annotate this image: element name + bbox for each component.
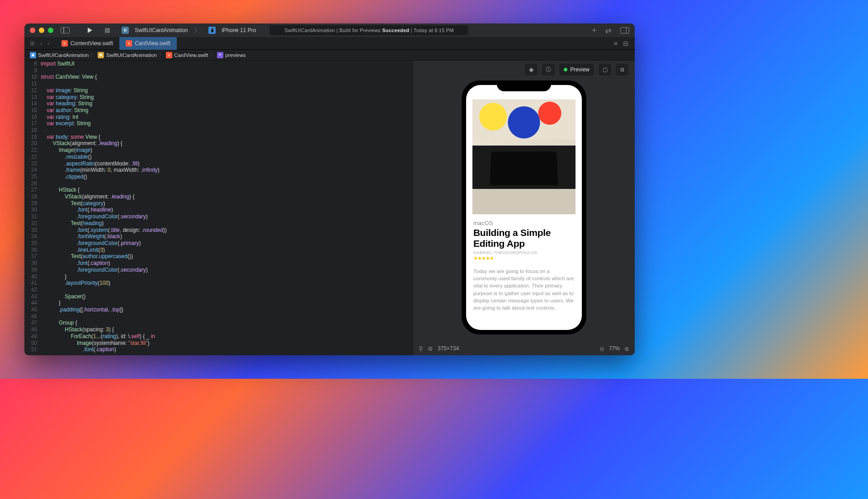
inspect-icon[interactable]: ⓘ [542, 64, 555, 75]
preview-canvas[interactable]: macOS Building a Simple Editing App GABR… [413, 79, 635, 342]
code-line[interactable]: var image: String [41, 87, 413, 94]
code-line[interactable]: Text(heading) [41, 220, 413, 227]
code-line[interactable]: .font(.headline) [41, 207, 413, 213]
breadcrumb-symbol[interactable]: previews [225, 52, 245, 58]
breadcrumb-file[interactable]: CardView.swift [174, 52, 208, 58]
settings-icon[interactable]: ⚙ [428, 345, 433, 352]
code-line[interactable]: .frame(minWidth: 0, maxWidth: .infinity) [41, 167, 413, 174]
traffic-lights [30, 28, 53, 33]
code-line[interactable]: Text(category) [41, 200, 413, 207]
tab-label: CardView.swift [135, 40, 170, 47]
code-line[interactable]: .font(.caption) [41, 346, 413, 353]
run-button[interactable] [88, 28, 92, 33]
code-editor[interactable]: 8import SwiftUI9 10struct CardView: View… [24, 61, 413, 355]
code-line[interactable]: } [41, 300, 413, 306]
code-line[interactable]: .fontWeight(.black) [41, 233, 413, 240]
related-items-icon[interactable]: ⊞ [30, 40, 35, 47]
code-line[interactable]: var excerpt: String [41, 120, 413, 127]
code-line[interactable]: .resizable() [41, 154, 413, 160]
add-icon[interactable]: + [592, 26, 596, 34]
line-number: 36 [24, 247, 41, 254]
code-line[interactable]: var author: String [41, 107, 413, 114]
nav-back-icon[interactable]: ‹ [40, 40, 42, 47]
line-number: 28 [24, 193, 41, 200]
zoom-in-icon[interactable]: ⊕ [624, 345, 629, 352]
code-line[interactable]: var rating: Int [41, 114, 413, 121]
pin-icon[interactable]: ⚲ [419, 345, 423, 352]
sidebar-toggle-icon[interactable] [61, 27, 70, 33]
code-line[interactable]: struct CardView: View { [41, 74, 413, 80]
preview-panel: ◉ ⓘ Preview ▢ ⧉ macOS [413, 61, 635, 355]
minimap-icon[interactable]: ≡ [614, 40, 618, 47]
code-line[interactable]: Image(systemName: "star.fill") [41, 340, 413, 347]
stop-button[interactable] [105, 28, 110, 33]
breadcrumb-project[interactable]: SwiftUICardAnimation [38, 52, 89, 58]
right-panel-toggle-icon[interactable] [620, 27, 629, 33]
code-line[interactable]: var body: some View { [41, 134, 413, 141]
breadcrumb-folder[interactable]: SwiftUICardAnimation [106, 52, 156, 58]
build-status-bar[interactable]: SwiftUICardAnimation | Build for Preview… [269, 25, 468, 35]
code-line[interactable]: .lineLimit(3) [41, 247, 413, 254]
line-number: 43 [24, 293, 41, 300]
code-line[interactable]: HStack(spacing: 3) { [41, 326, 413, 333]
code-line[interactable]: } [41, 273, 413, 280]
zoom-out-icon[interactable]: ⊖ [599, 345, 604, 352]
line-number: 37 [24, 253, 41, 260]
device-settings-icon[interactable]: ▢ [599, 64, 611, 75]
close-button[interactable] [30, 28, 35, 33]
adjust-editor-icon[interactable]: ⊟ [623, 40, 628, 47]
device-name[interactable]: iPhone 11 Pro [222, 27, 256, 33]
device-icon: 📱 [208, 27, 216, 34]
code-line[interactable]: Image(image) [41, 147, 413, 154]
tab-cardview[interactable]: s CardView.swift [119, 37, 176, 50]
code-line[interactable]: .foregroundColor(.primary) [41, 240, 413, 247]
minimize-button[interactable] [39, 28, 44, 33]
code-line[interactable] [41, 80, 413, 87]
code-line[interactable] [41, 287, 413, 293]
code-line[interactable]: .clipped() [41, 174, 413, 180]
live-preview-icon[interactable]: ◉ [525, 64, 538, 75]
line-number: 50 [24, 340, 41, 347]
duplicate-icon[interactable]: ⧉ [616, 64, 628, 75]
code-line[interactable]: Text(author.uppercased()) [41, 253, 413, 260]
code-line[interactable]: var category: String [41, 94, 413, 101]
nav-forward-icon[interactable]: › [47, 40, 49, 47]
code-line[interactable]: .layoutPriority(100) [41, 280, 413, 287]
line-number: 32 [24, 220, 41, 227]
line-number: 19 [24, 134, 41, 141]
code-line[interactable]: VStack(alignment: .leading) { [41, 140, 413, 147]
preview-mode-button[interactable]: Preview [559, 64, 594, 75]
card-view: macOS Building a Simple Editing App GABR… [466, 85, 582, 330]
library-icon[interactable]: ⇄ [605, 26, 611, 35]
code-line[interactable] [41, 180, 413, 187]
code-line[interactable]: .aspectRatio(contentMode: .fill) [41, 160, 413, 167]
code-line[interactable]: import SwiftUI [41, 61, 413, 67]
line-number: 10 [24, 74, 41, 80]
code-line[interactable]: .padding([.horizontal, .top]) [41, 306, 413, 313]
code-line[interactable] [41, 127, 413, 134]
line-number: 12 [24, 87, 41, 94]
code-line[interactable]: Spacer() [41, 293, 413, 300]
card-excerpt: Today we are going to focus on a commonl… [473, 268, 575, 311]
line-number: 16 [24, 114, 41, 121]
code-line[interactable]: .font(.caption) [41, 260, 413, 267]
scheme-name[interactable]: SwiftUICardAnimation [135, 27, 188, 33]
code-line[interactable]: .foregroundColor(.secondary) [41, 267, 413, 273]
card-author: GABRIEL THEODOROPOULOS [473, 250, 575, 255]
property-icon: P [217, 52, 223, 58]
maximize-button[interactable] [48, 28, 53, 33]
code-line[interactable]: .font(.system(.title, design: .rounded)) [41, 227, 413, 234]
code-line[interactable]: VStack(alignment: .leading) { [41, 193, 413, 200]
code-line[interactable] [41, 313, 413, 320]
code-line[interactable]: HStack { [41, 187, 413, 193]
code-line[interactable]: Group { [41, 320, 413, 326]
tab-contentview[interactable]: s ContentView.swift [55, 37, 120, 50]
code-line[interactable]: var heading: String [41, 100, 413, 107]
titlebar: ⚙ SwiftUICardAnimation 〉 📱 iPhone 11 Pro… [24, 24, 635, 37]
code-line[interactable]: ForEach(1...(rating), id: \.self) { _ in [41, 333, 413, 340]
code-line[interactable]: .foregroundColor(.secondary) [41, 213, 413, 220]
card-heading: Building a Simple Editing App [473, 227, 575, 249]
code-line[interactable] [41, 67, 413, 74]
swift-file-icon: s [61, 40, 68, 47]
folder-icon: ▣ [98, 52, 104, 58]
